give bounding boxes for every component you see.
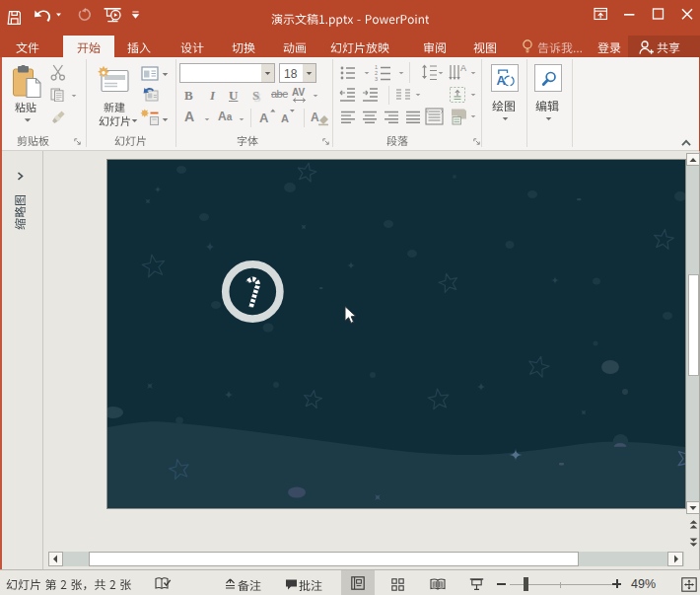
svg-text:A: A (460, 63, 466, 73)
svg-text:3: 3 (375, 76, 378, 81)
svg-text:AV: AV (292, 88, 305, 98)
svg-text:A: A (259, 111, 269, 125)
svg-text:A: A (497, 73, 507, 88)
svg-text:A: A (281, 112, 289, 124)
svg-text:A: A (311, 111, 319, 124)
